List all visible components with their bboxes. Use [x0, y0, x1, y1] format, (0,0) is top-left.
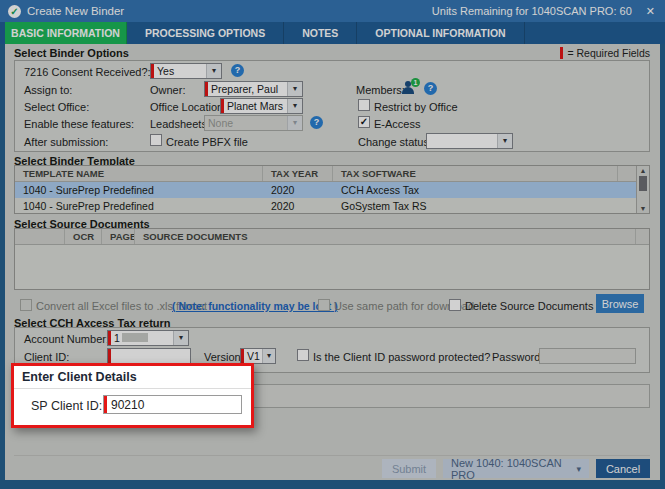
- members-help-icon[interactable]: ?: [424, 82, 437, 95]
- password-protected-label: Is the Client ID password protected?: [313, 351, 490, 364]
- version-dropdown[interactable]: V1 ▾: [240, 348, 276, 364]
- password-protected-checkbox[interactable]: [297, 349, 309, 361]
- sp-client-id-label: SP Client ID:: [31, 399, 102, 413]
- restrict-by-office-label: Restrict by Office: [374, 101, 458, 114]
- callout-title: Enter Client Details: [22, 370, 137, 384]
- col-source-documents[interactable]: SOURCE DOCUMENTS: [135, 229, 636, 244]
- cell-template-name: 1040 - SurePrep Predefined: [15, 200, 263, 212]
- leadsheets-dropdown: None ▾: [204, 115, 303, 131]
- eaccess-checkbox[interactable]: ✓: [358, 116, 370, 128]
- chevron-down-icon: ▾: [576, 464, 581, 474]
- template-table-scrollbar[interactable]: ▲ ▼: [636, 166, 649, 213]
- password-label: Password:: [492, 351, 543, 364]
- col-template-name[interactable]: TEMPLATE NAME: [15, 166, 263, 181]
- window-title: Create New Binder: [27, 5, 124, 17]
- select-office-label: Select Office:: [24, 101, 89, 114]
- binder-template-table: TEMPLATE NAME TAX YEAR TAX SOFTWARE 1040…: [14, 165, 650, 214]
- cell-tax-year: 2020: [263, 184, 333, 196]
- owner-label: Owner:: [150, 84, 185, 97]
- col-tax-year[interactable]: TAX YEAR: [263, 166, 333, 181]
- submit-button: Submit: [382, 459, 436, 478]
- members-person-icon[interactable]: 1: [402, 80, 420, 95]
- convert-excel-checkbox: [20, 299, 32, 311]
- scroll-down-icon[interactable]: ▼: [637, 205, 649, 212]
- binder-type-value: New 1040: 1040SCAN PRO: [451, 457, 576, 481]
- note-functionality-link[interactable]: ( Note: functionality may be lost ): [172, 300, 338, 312]
- tab-notes[interactable]: NOTES: [284, 22, 357, 44]
- tab-basic-information[interactable]: BASIC INFORMATION: [5, 22, 127, 44]
- tab-optional-information[interactable]: OPTIONAL INFORMATION: [357, 22, 524, 44]
- owner-dropdown[interactable]: Preparer, Paul ▾: [204, 81, 303, 97]
- binder-options-section-title: Select Binder Options: [14, 47, 129, 59]
- create-new-binder-dialog: ✓ Create New Binder Units Remaining for …: [0, 0, 665, 489]
- cell-tax-year: 2020: [263, 200, 333, 212]
- person-body: [402, 87, 414, 94]
- cancel-button[interactable]: Cancel: [596, 459, 650, 478]
- col-pages[interactable]: PAGES: [102, 229, 135, 244]
- tab-processing-options[interactable]: PROCESSING OPTIONS: [127, 22, 284, 44]
- office-location-label: Office Location:: [150, 101, 226, 114]
- consent-value: Yes: [154, 65, 206, 77]
- cell-tax-software: GoSystem Tax RS: [333, 200, 618, 212]
- chevron-down-icon: ▾: [287, 99, 302, 113]
- members-label: Members:: [356, 84, 405, 97]
- chevron-down-icon: ▾: [206, 64, 221, 78]
- eaccess-label: E-Access: [374, 118, 420, 131]
- required-marker: [560, 47, 563, 59]
- enable-features-label: Enable these features:: [24, 118, 134, 131]
- account-number-value: 1: [111, 332, 173, 344]
- callout-divider: [14, 388, 251, 389]
- leadsheets-value: None: [205, 117, 287, 129]
- close-icon[interactable]: ✕: [646, 5, 655, 18]
- cell-template-name: 1040 - SurePrep Predefined: [15, 184, 263, 196]
- assign-to-label: Assign to:: [24, 84, 72, 97]
- col-select-spacer: [15, 229, 65, 244]
- password-input: [539, 348, 636, 364]
- office-location-value: Planet Mars: [224, 100, 287, 112]
- chevron-down-icon: ▾: [287, 82, 302, 96]
- col-ocr[interactable]: OCR: [65, 229, 102, 244]
- header-spacer-cell: [618, 166, 636, 181]
- leadsheets-help-icon[interactable]: ?: [310, 116, 323, 129]
- consent-help-icon[interactable]: ?: [231, 64, 244, 77]
- create-pbfx-checkbox[interactable]: [150, 134, 162, 146]
- binder-check-icon: ✓: [8, 5, 21, 18]
- same-path-checkbox: [318, 299, 330, 311]
- consent-label: 7216 Consent Received?:: [24, 66, 151, 79]
- redacted-area: [122, 333, 148, 342]
- chevron-down-icon: ▾: [497, 134, 512, 148]
- title-bar: ✓ Create New Binder Units Remaining for …: [0, 0, 665, 22]
- delete-source-documents-checkbox[interactable]: [449, 299, 461, 311]
- table-row[interactable]: 1040 - SurePrep Predefined 2020 GoSystem…: [15, 198, 649, 214]
- chevron-down-icon: ▾: [173, 331, 188, 345]
- col-tax-software[interactable]: TAX SOFTWARE: [333, 166, 618, 181]
- client-id-input[interactable]: [107, 348, 191, 364]
- window-border-right: [660, 44, 665, 489]
- table-row[interactable]: 1040 - SurePrep Predefined 2020 CCH Axce…: [15, 182, 649, 198]
- window-border-bottom: [0, 480, 665, 489]
- account-number-dropdown[interactable]: 1 ▾: [107, 330, 189, 346]
- owner-value: Preparer, Paul: [208, 83, 287, 95]
- binder-template-header: TEMPLATE NAME TAX YEAR TAX SOFTWARE: [15, 166, 649, 182]
- required-legend-text: = Required Fields: [567, 47, 650, 59]
- change-status-dropdown[interactable]: ▾: [426, 133, 513, 149]
- binder-type-dropdown[interactable]: New 1040: 1040SCAN PRO ▾: [443, 459, 589, 478]
- scrollbar-thumb[interactable]: [639, 176, 647, 191]
- version-value: V1: [244, 350, 262, 362]
- enter-client-details-callout: Enter Client Details SP Client ID: 90210: [11, 363, 254, 428]
- members-count-badge: 1: [411, 78, 420, 87]
- units-remaining-label: Units Remaining for 1040SCAN PRO: 60: [432, 5, 632, 17]
- header-spacer-cell: [636, 229, 649, 244]
- source-documents-table: OCR PAGES SOURCE DOCUMENTS: [14, 228, 650, 290]
- office-location-dropdown[interactable]: Planet Mars ▾: [220, 98, 303, 114]
- scroll-up-icon[interactable]: ▲: [637, 167, 649, 174]
- consent-dropdown[interactable]: Yes ▾: [150, 63, 222, 79]
- chevron-down-icon: ▾: [262, 349, 275, 363]
- browse-button[interactable]: Browse: [596, 294, 644, 313]
- sp-client-id-input[interactable]: 90210: [103, 395, 242, 414]
- create-pbfx-label: Create PBFX file: [166, 136, 248, 149]
- restrict-by-office-checkbox[interactable]: [358, 99, 370, 111]
- delete-source-documents-label: Delete Source Documents: [465, 300, 593, 313]
- tab-bar: BASIC INFORMATION PROCESSING OPTIONS NOT…: [0, 22, 665, 44]
- source-documents-header: OCR PAGES SOURCE DOCUMENTS: [15, 229, 649, 245]
